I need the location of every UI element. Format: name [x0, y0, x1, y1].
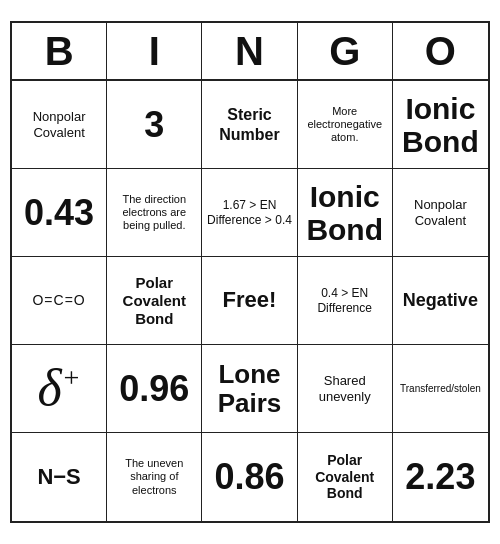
header-b: B: [12, 23, 107, 79]
bingo-grid: Nonpolar Covalent 3 Steric Number More e…: [12, 81, 488, 521]
cell-r1c5-text: Ionic Bond: [397, 92, 484, 158]
cell-r3c4: 0.4 > EN Difference: [298, 257, 393, 345]
cell-r4c3-text: Lone Pairs: [206, 360, 292, 417]
cell-r5c1-text: N−S: [37, 464, 80, 490]
cell-r4c4: Shared unevenly: [298, 345, 393, 433]
cell-r3c1: O=C=O: [12, 257, 107, 345]
cell-r5c4-text: Polar Covalent Bond: [302, 452, 388, 502]
cell-r2c1-text: 0.43: [24, 191, 94, 234]
cell-r4c5-text: Transferred/stolen: [400, 383, 481, 395]
cell-r4c5: Transferred/stolen: [393, 345, 488, 433]
cell-r3c3-text: Free!: [223, 287, 277, 313]
cell-r1c5: Ionic Bond: [393, 81, 488, 169]
cell-r2c4-text: Ionic Bond: [302, 180, 388, 246]
header-g: G: [298, 23, 393, 79]
cell-r3c2-text: Polar Covalent Bond: [111, 274, 197, 328]
cell-r4c3: Lone Pairs: [202, 345, 297, 433]
cell-r1c2-text: 3: [144, 103, 164, 146]
cell-r4c4-text: Shared unevenly: [302, 373, 388, 404]
cell-r3c5-text: Negative: [403, 290, 478, 312]
cell-r2c5-text: Nonpolar Covalent: [397, 197, 484, 228]
cell-r5c2: The uneven sharing of electrons: [107, 433, 202, 521]
cell-r3c3: Free!: [202, 257, 297, 345]
cell-r1c4-text: More electronegative atom.: [302, 105, 388, 145]
cell-r4c2: 0.96: [107, 345, 202, 433]
header-n: N: [202, 23, 297, 79]
header-o: O: [393, 23, 488, 79]
cell-r3c4-text: 0.4 > EN Difference: [302, 286, 388, 315]
cell-r4c2-text: 0.96: [119, 367, 189, 410]
cell-r1c1: Nonpolar Covalent: [12, 81, 107, 169]
cell-r2c2-text: The direction electrons are being pulled…: [111, 193, 197, 233]
cell-r5c5-text: 2.23: [405, 455, 475, 498]
cell-r4c1-text: δ+: [38, 357, 81, 419]
cell-r2c3: 1.67 > EN Difference > 0.4: [202, 169, 297, 257]
cell-r2c1: 0.43: [12, 169, 107, 257]
cell-r3c1-text: O=C=O: [32, 292, 85, 309]
cell-r5c2-text: The uneven sharing of electrons: [111, 457, 197, 497]
cell-r5c3: 0.86: [202, 433, 297, 521]
cell-r2c4: Ionic Bond: [298, 169, 393, 257]
cell-r5c1: N−S: [12, 433, 107, 521]
cell-r2c5: Nonpolar Covalent: [393, 169, 488, 257]
cell-r2c2: The direction electrons are being pulled…: [107, 169, 202, 257]
cell-r1c3-text: Steric Number: [206, 105, 292, 143]
bingo-header: B I N G O: [12, 23, 488, 81]
cell-r1c3: Steric Number: [202, 81, 297, 169]
cell-r1c1-text: Nonpolar Covalent: [16, 109, 102, 140]
cell-r3c2: Polar Covalent Bond: [107, 257, 202, 345]
cell-r5c3-text: 0.86: [214, 455, 284, 498]
cell-r5c5: 2.23: [393, 433, 488, 521]
cell-r5c4: Polar Covalent Bond: [298, 433, 393, 521]
cell-r1c4: More electronegative atom.: [298, 81, 393, 169]
cell-r3c5: Negative: [393, 257, 488, 345]
header-i: I: [107, 23, 202, 79]
cell-r2c3-text: 1.67 > EN Difference > 0.4: [206, 198, 292, 227]
cell-r1c2: 3: [107, 81, 202, 169]
bingo-board: B I N G O Nonpolar Covalent 3 Steric Num…: [10, 21, 490, 523]
cell-r4c1: δ+: [12, 345, 107, 433]
